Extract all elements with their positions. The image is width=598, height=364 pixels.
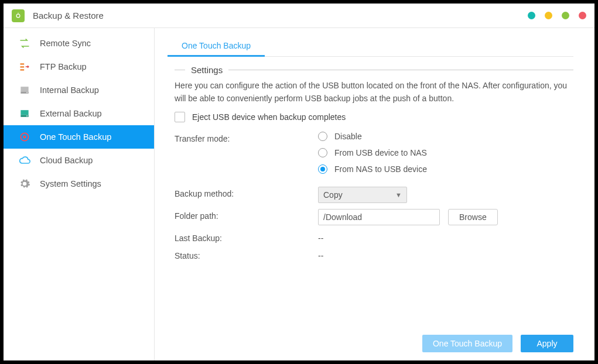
sidebar-item-internal-backup[interactable]: Internal Backup <box>4 78 154 102</box>
button-label: One Touch Backup <box>433 339 502 348</box>
svg-rect-0 <box>20 63 25 65</box>
sidebar: Remote Sync FTP Backup Internal B <box>4 28 155 360</box>
last-backup-row: Last Backup: -- <box>175 231 573 243</box>
app-title: Backup & Restore <box>33 11 104 20</box>
settings-description: Here you can configure the action of the… <box>175 80 573 105</box>
titlebar: Backup & Restore <box>4 4 594 28</box>
sidebar-item-remote-sync[interactable]: Remote Sync <box>4 32 154 55</box>
svg-point-6 <box>23 136 26 139</box>
last-backup-label: Last Backup: <box>175 231 318 243</box>
sidebar-item-label: One Touch Backup <box>40 132 111 142</box>
backup-method-label: Backup method: <box>175 187 318 203</box>
app-icon <box>12 9 25 22</box>
sidebar-item-one-touch-backup[interactable]: One Touch Backup <box>4 125 154 149</box>
sidebar-item-cloud-backup[interactable]: Cloud Backup <box>4 149 154 172</box>
backup-method-select[interactable]: Copy ▼ <box>318 187 407 203</box>
ftp-icon <box>19 61 30 73</box>
folder-path-row: Folder path: Browse <box>175 209 573 225</box>
status-label: Status: <box>175 249 318 260</box>
settings-content: Settings Here you can configure the acti… <box>168 57 573 330</box>
chevron-down-icon: ▼ <box>395 191 402 198</box>
svg-rect-2 <box>20 69 25 71</box>
svg-rect-1 <box>20 66 25 68</box>
status-value: -- <box>318 249 573 260</box>
main-panel: One Touch Backup Settings Here you can c… <box>155 28 594 360</box>
window-dot-2[interactable] <box>545 12 552 19</box>
radio-icon[interactable] <box>318 132 327 141</box>
app-window: Backup & Restore Remote Sync <box>4 4 594 360</box>
tab-bar: One Touch Backup <box>168 35 573 57</box>
one-touch-backup-button[interactable]: One Touch Backup <box>422 335 512 352</box>
radio-label: Disable <box>334 132 362 141</box>
backup-method-row: Backup method: Copy ▼ <box>175 187 573 203</box>
eject-label: Eject USB device when backup completes <box>192 112 346 122</box>
sidebar-item-system-settings[interactable]: System Settings <box>4 172 154 195</box>
transfer-radio-nas-to-usb[interactable]: From NAS to USB device <box>318 164 573 174</box>
browse-button[interactable]: Browse <box>448 209 498 225</box>
sidebar-item-label: Remote Sync <box>40 39 91 48</box>
transfer-radio-disable[interactable]: Disable <box>318 132 573 141</box>
transfer-mode-label: Transfer mode: <box>175 132 318 181</box>
radio-label: From USB device to NAS <box>334 148 427 157</box>
eject-checkbox-row[interactable]: Eject USB device when backup completes <box>175 112 573 122</box>
status-row: Status: -- <box>175 249 573 260</box>
sidebar-item-label: Cloud Backup <box>40 156 93 165</box>
one-touch-icon <box>19 131 30 143</box>
select-value: Copy <box>323 190 343 200</box>
sidebar-item-external-backup[interactable]: External Backup <box>4 102 154 125</box>
settings-legend-row: Settings <box>175 65 573 75</box>
svg-point-3 <box>26 92 28 93</box>
gear-icon <box>19 178 30 190</box>
button-label: Apply <box>537 339 557 348</box>
external-hdd-icon <box>19 108 30 119</box>
sidebar-item-label: FTP Backup <box>40 62 87 71</box>
transfer-radio-usb-to-nas[interactable]: From USB device to NAS <box>318 148 573 157</box>
apply-button[interactable]: Apply <box>521 335 573 352</box>
footer-buttons: One Touch Backup Apply <box>168 330 573 352</box>
transfer-mode-row: Transfer mode: Disable From USB device t… <box>175 132 573 181</box>
folder-path-input[interactable] <box>318 209 440 225</box>
sync-icon <box>19 37 30 49</box>
window-dot-3[interactable] <box>562 12 569 19</box>
body: Remote Sync FTP Backup Internal B <box>4 28 594 360</box>
sidebar-item-ftp-backup[interactable]: FTP Backup <box>4 55 154 78</box>
cloud-icon <box>19 154 30 166</box>
radio-icon[interactable] <box>318 164 327 174</box>
radio-label: From NAS to USB device <box>334 164 427 174</box>
window-dot-1[interactable] <box>528 12 535 19</box>
hdd-icon <box>19 84 30 96</box>
window-dot-4[interactable] <box>579 12 586 19</box>
svg-point-4 <box>26 115 28 116</box>
eject-checkbox[interactable] <box>175 112 185 122</box>
tab-one-touch-backup[interactable]: One Touch Backup <box>168 35 265 56</box>
browse-label: Browse <box>459 212 487 222</box>
sidebar-item-label: External Backup <box>40 109 102 118</box>
sidebar-item-label: Internal Backup <box>40 85 99 95</box>
tab-label: One Touch Backup <box>182 41 251 50</box>
folder-path-label: Folder path: <box>175 209 318 225</box>
radio-icon[interactable] <box>318 148 327 157</box>
last-backup-value: -- <box>318 231 573 243</box>
settings-legend: Settings <box>191 65 223 75</box>
sidebar-item-label: System Settings <box>40 179 101 188</box>
